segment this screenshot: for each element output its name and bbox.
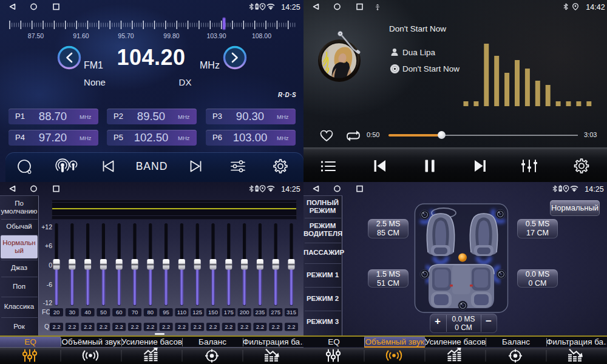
svg-text:175: 175 xyxy=(224,309,234,315)
svg-text:2.2: 2.2 xyxy=(194,323,202,330)
svg-text:95: 95 xyxy=(163,309,169,315)
svg-text:14:25: 14:25 xyxy=(585,185,603,194)
svg-text:2.2: 2.2 xyxy=(131,323,138,330)
svg-text:2.2: 2.2 xyxy=(209,323,217,330)
svg-text:200: 200 xyxy=(240,309,249,315)
svg-text:70: 70 xyxy=(132,309,138,315)
svg-text:315: 315 xyxy=(287,309,296,315)
svg-text:2.2: 2.2 xyxy=(100,323,107,330)
svg-text:99.80: 99.80 xyxy=(163,32,179,39)
svg-text:150: 150 xyxy=(208,309,218,315)
svg-text:2.2: 2.2 xyxy=(225,323,232,330)
svg-text:2.2: 2.2 xyxy=(146,323,154,330)
svg-text:125: 125 xyxy=(192,309,202,315)
svg-text:14:25: 14:25 xyxy=(281,185,300,194)
svg-text:2.2: 2.2 xyxy=(256,323,264,330)
svg-text:50: 50 xyxy=(100,309,107,315)
svg-text:110: 110 xyxy=(177,309,186,315)
svg-text:2.2: 2.2 xyxy=(52,323,60,330)
svg-text:14:25: 14:25 xyxy=(281,3,300,12)
svg-text:2.2: 2.2 xyxy=(162,323,170,330)
svg-text:14:42: 14:42 xyxy=(586,3,605,12)
svg-text:91.60: 91.60 xyxy=(73,32,89,39)
svg-text:235: 235 xyxy=(255,309,265,315)
svg-text:30: 30 xyxy=(69,309,76,315)
svg-text:20: 20 xyxy=(53,309,60,315)
svg-text:2.2: 2.2 xyxy=(68,323,76,330)
svg-text:2.2: 2.2 xyxy=(84,323,92,330)
svg-text:40: 40 xyxy=(84,309,91,315)
svg-text:60: 60 xyxy=(116,309,123,315)
svg-text:95.70: 95.70 xyxy=(118,32,134,39)
svg-text:80: 80 xyxy=(148,309,154,315)
svg-text:2.2: 2.2 xyxy=(115,323,123,330)
svg-text:103.90: 103.90 xyxy=(206,32,226,39)
svg-text:108.00: 108.00 xyxy=(252,32,271,39)
svg-text:275: 275 xyxy=(271,309,280,315)
svg-text:2.2: 2.2 xyxy=(178,323,186,330)
svg-text:2.2: 2.2 xyxy=(272,323,280,330)
svg-text:2.2: 2.2 xyxy=(287,323,295,330)
svg-text:87.50: 87.50 xyxy=(28,32,44,39)
svg-text:2.2: 2.2 xyxy=(240,323,248,330)
svg-text:BAND: BAND xyxy=(136,160,168,172)
